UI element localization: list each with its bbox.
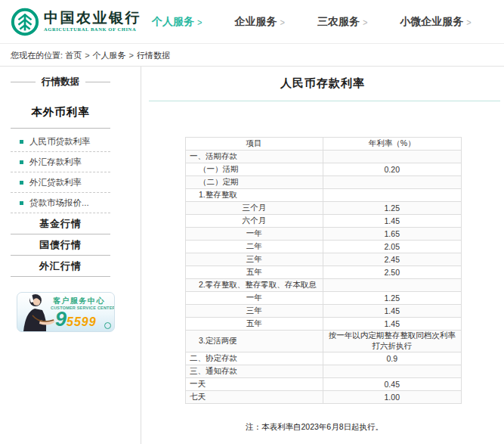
- item-cell: 2.零存整取、整存零取、存本取息: [186, 279, 323, 292]
- rate-cell: 1.65: [323, 228, 461, 241]
- table-row: 三个月1.25: [186, 202, 462, 215]
- sidebar-section-title-label: 行情数据: [42, 76, 79, 88]
- item-cell: 三年: [186, 305, 323, 318]
- column-header-rate: 年利率（%）: [323, 138, 461, 151]
- table-row: 二、协定存款0.9: [186, 352, 462, 365]
- breadcrumb-separator: >: [129, 51, 134, 60]
- nav-item[interactable]: 个人服务>: [152, 15, 202, 29]
- rate-cell: 1.45: [323, 305, 461, 318]
- table-row: 3.定活两便按一年以内定期整存整取同档次利率打六折执行: [186, 331, 462, 352]
- rate-cell: [323, 189, 461, 202]
- bank-logo[interactable]: 中国农业银行 AGRICULTURAL BANK OF CHINA: [11, 8, 141, 36]
- divider-line: [11, 128, 110, 129]
- item-cell: 3.定活两便: [186, 331, 323, 352]
- table-row: 2.零存整取、整存零取、存本取息: [186, 279, 462, 292]
- table-row: 二年2.05: [186, 241, 462, 253]
- page-header: 中国农业银行 AGRICULTURAL BANK OF CHINA 个人服务>企…: [0, 0, 504, 44]
- item-cell: 五年: [186, 318, 323, 331]
- sidebar-section-item[interactable]: 国债行情: [11, 234, 110, 256]
- square-bullet-icon: [20, 140, 23, 144]
- sidebar-section-item[interactable]: 外汇行情: [11, 256, 110, 277]
- rate-cell: 按一年以内定期整存整取同档次利率打六折执行: [323, 331, 461, 352]
- sidebar: 行情数据 本外币利率 人民币贷款利率外汇存款利率外汇贷款利率贷款市场报价... …: [0, 67, 141, 444]
- table-row: 1.整存整取: [186, 189, 462, 202]
- item-cell: 三年: [186, 253, 323, 266]
- sidebar-menu-item[interactable]: 贷款市场报价...: [11, 193, 110, 213]
- page-title: 人民币存款利率: [141, 76, 504, 91]
- chevron-right-icon: >: [280, 16, 284, 26]
- nav-item-label: 企业服务: [234, 15, 277, 29]
- table-row: 一、活期存款: [186, 151, 462, 163]
- chevron-right-icon: >: [363, 16, 367, 26]
- table-row: 七天1.00: [186, 391, 462, 404]
- item-cell: 七天: [186, 391, 323, 404]
- rate-cell: [323, 151, 461, 163]
- table-row: （二）定期: [186, 176, 462, 189]
- deposit-rate-table: 项目 年利率（%） 一、活期存款（一）活期0.20（二）定期1.整存整取三个月1…: [185, 137, 462, 404]
- nav-item[interactable]: 小微企业服务>: [400, 15, 471, 29]
- square-bullet-icon: [20, 160, 23, 164]
- item-cell: 1.整存整取: [186, 189, 323, 202]
- nav-item[interactable]: 企业服务>: [234, 15, 284, 29]
- table-row: 六个月1.45: [186, 215, 462, 228]
- breadcrumb-prefix: 您现在的位置:: [11, 51, 63, 60]
- sidebar-menu: 人民币贷款利率外汇存款利率外汇贷款利率贷款市场报价...: [11, 132, 110, 213]
- rate-cell: 1.45: [323, 318, 461, 331]
- table-row: 五年2.50: [186, 266, 462, 279]
- sidebar-sections: 基金行情国债行情外汇行情: [11, 213, 110, 277]
- sidebar-menu-item[interactable]: 外汇存款利率: [11, 152, 110, 172]
- table-row: 五年1.45: [186, 318, 462, 331]
- breadcrumb-link[interactable]: 首页: [65, 51, 82, 60]
- bank-name: 中国农业银行: [44, 11, 141, 25]
- title-underline: [149, 101, 500, 101]
- breadcrumb-link[interactable]: 个人服务: [93, 51, 126, 60]
- main-panel: 人民币存款利率 项目 年利率（%） 一、活期存款（一）活期0.20（二）定期1.…: [141, 67, 504, 444]
- divider-line: [85, 82, 110, 82]
- item-cell: 一、活期存款: [186, 151, 323, 163]
- bank-logo-text: 中国农业银行 AGRICULTURAL BANK OF CHINA: [44, 11, 141, 33]
- item-cell: 一年: [186, 292, 323, 305]
- sidebar-section-item[interactable]: 基金行情: [11, 213, 110, 234]
- item-cell: （二）定期: [186, 176, 323, 189]
- column-header-item: 项目: [186, 138, 323, 151]
- sidebar-group-title[interactable]: 本外币利率: [11, 105, 110, 120]
- sidebar-menu-item[interactable]: 外汇贷款利率: [11, 172, 110, 193]
- sidebar-menu-item-label: 贷款市场报价...: [29, 197, 89, 209]
- item-cell: 二年: [186, 241, 323, 253]
- item-cell: 一年: [186, 228, 323, 241]
- rate-cell: [323, 279, 461, 292]
- main-nav: 个人服务>企业服务>三农服务>小微企业服务>: [152, 15, 472, 29]
- rate-cell: 1.25: [323, 202, 461, 215]
- table-row: 三年2.45: [186, 253, 462, 266]
- effective-date-note: 注：本表利率自2023年6月8日起执行。: [176, 422, 453, 433]
- sidebar-menu-item-label: 人民币贷款利率: [29, 136, 91, 147]
- rate-cell: 2.45: [323, 253, 461, 266]
- table-row: 三年1.45: [186, 305, 462, 318]
- bank-name-en: AGRICULTURAL BANK OF CHINA: [44, 27, 141, 33]
- table-row: 三、通知存款: [186, 365, 462, 378]
- breadcrumb: 您现在的位置: 首页>个人服务>行情数据: [0, 44, 504, 67]
- breadcrumb-items: 首页>个人服务>行情数据: [65, 51, 170, 60]
- content-area: 行情数据 本外币利率 人民币贷款利率外汇存款利率外汇贷款利率贷款市场报价... …: [0, 67, 504, 444]
- nav-item[interactable]: 三农服务>: [317, 15, 367, 29]
- rate-cell: [323, 365, 461, 378]
- table-row: 一年1.25: [186, 292, 462, 305]
- breadcrumb-link[interactable]: 行情数据: [137, 51, 170, 60]
- chevron-right-icon: >: [197, 16, 202, 26]
- banner-phone-number: 95599: [55, 308, 97, 331]
- table-row: （一）活期0.20: [186, 163, 462, 176]
- rate-cell: 2.50: [323, 266, 461, 279]
- nav-item-label: 小微企业服务: [400, 15, 463, 29]
- customer-service-banner[interactable]: 客户服务中心 CUSTOMER SERVICE CENTER 95599: [17, 292, 115, 332]
- chevron-right-icon: >: [466, 16, 471, 26]
- sidebar-menu-item[interactable]: 人民币贷款利率: [11, 132, 110, 152]
- item-cell: 三个月: [186, 202, 323, 215]
- square-bullet-icon: [20, 181, 23, 185]
- table-row: 一天0.45: [186, 378, 462, 391]
- breadcrumb-separator: >: [85, 51, 89, 60]
- abc-mini-logo-icon: [104, 322, 111, 329]
- sidebar-menu-item-label: 外汇存款利率: [29, 157, 82, 168]
- rate-table-body: 一、活期存款（一）活期0.20（二）定期1.整存整取三个月1.25六个月1.45…: [186, 151, 462, 404]
- item-cell: 三、通知存款: [186, 365, 323, 378]
- item-cell: 六个月: [186, 215, 323, 228]
